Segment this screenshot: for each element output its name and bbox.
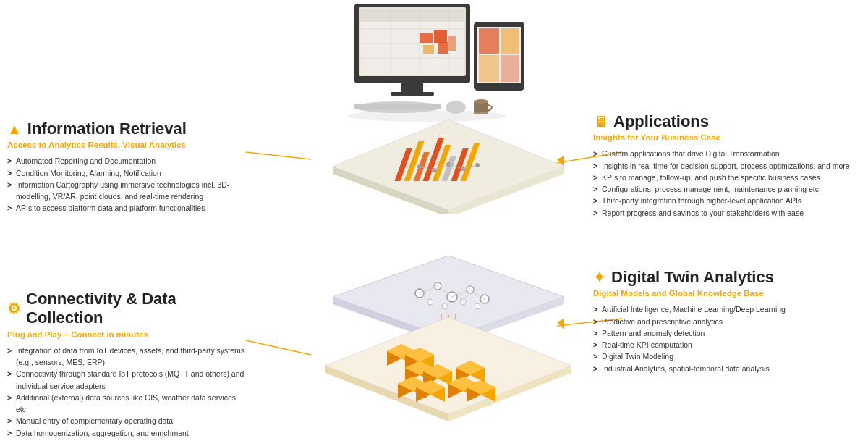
applications-icon: 🖥 [593, 113, 608, 130]
digital-twin-icon: ✦ [593, 269, 605, 286]
list-item: Connectivity through standard IoT protoc… [7, 368, 246, 392]
svg-rect-22 [391, 92, 434, 96]
list-item: Data homogenization, aggregation, and en… [7, 427, 246, 439]
digital-twin-list: Artificial Intelligence, Machine Learnin… [593, 303, 861, 374]
connectivity-subtitle: Plug and Play – Connect in minutes [7, 330, 246, 339]
analytics-layer [326, 112, 542, 192]
list-item: Report progress and savings to your stak… [593, 207, 861, 219]
svg-line-0 [246, 152, 311, 159]
applications-subtitle: Insights for Your Business Case [593, 133, 861, 142]
connectivity-panel: ⚙ Connectivity & Data Collection Plug an… [7, 290, 246, 439]
connectivity-list: Integration of data from IoT devices, as… [7, 345, 246, 439]
storage-layer [318, 311, 550, 420]
svg-rect-24 [354, 104, 441, 109]
connectivity-title: ⚙ Connectivity & Data Collection [7, 290, 246, 328]
svg-rect-19 [438, 42, 448, 54]
list-item: Custom applications that drive Digital T… [593, 148, 861, 159]
connectivity-icon: ⚙ [7, 300, 20, 317]
svg-marker-79 [326, 317, 571, 414]
list-item: Pattern and anomaly detection [593, 327, 861, 339]
list-item: Condition Monitoring, Alarming, Notifica… [7, 167, 246, 179]
svg-rect-32 [501, 55, 519, 82]
digital-twin-panel: ✦ Digital Twin Analytics Digital Models … [593, 268, 861, 374]
list-item: Digital Twin Modeling [593, 350, 861, 362]
main-container: ▲ Information Retrieval Access to Analyt… [0, 0, 868, 441]
applications-panel: 🖥 Applications Insights for Your Busines… [593, 112, 861, 219]
info-retrieval-title: ▲ Information Retrieval [7, 119, 246, 138]
svg-rect-30 [501, 28, 519, 54]
digital-twin-subtitle: Digital Models and Global Knowledge Base [593, 289, 861, 298]
svg-rect-16 [420, 33, 433, 43]
list-item: APIs to access platform data and platfor… [7, 202, 246, 214]
list-item: Information Cartography using immersive … [7, 179, 246, 203]
applications-list: Custom applications that drive Digital T… [593, 148, 861, 219]
info-retrieval-subtitle: Access to Analytics Results, Visual Anal… [7, 140, 246, 149]
list-item: Third-party integration through higher-l… [593, 195, 861, 206]
info-retrieval-list: Automated Reporting and Documentation Co… [7, 155, 246, 214]
list-item: Insights in real-time for decision suppo… [593, 160, 861, 172]
svg-line-1 [246, 340, 311, 355]
digital-twin-title: ✦ Digital Twin Analytics [593, 268, 861, 287]
list-item: Artificial Intelligence, Machine Learnin… [593, 303, 861, 315]
device-svg [333, 0, 535, 123]
applications-title: 🖥 Applications [593, 112, 861, 131]
list-item: Automated Reporting and Documentation [7, 155, 246, 167]
list-item: Real-time KPI computation [593, 339, 861, 350]
svg-rect-18 [423, 45, 434, 54]
svg-rect-29 [479, 28, 499, 54]
svg-rect-17 [434, 30, 447, 43]
list-item: Integration of data from IoT devices, as… [7, 345, 246, 369]
list-item: Industrial Analytics, spatial-temporal d… [593, 363, 861, 374]
svg-rect-31 [479, 55, 499, 82]
info-retrieval-icon: ▲ [7, 120, 22, 138]
list-item: Manual entry of complementary operating … [7, 415, 246, 427]
info-retrieval-panel: ▲ Information Retrieval Access to Analyt… [7, 119, 246, 214]
list-item: KPIs to manage, follow-up, and push the … [593, 172, 861, 183]
device-mockup [333, 0, 535, 123]
svg-rect-21 [401, 83, 423, 92]
svg-point-34 [474, 99, 488, 104]
svg-rect-9 [360, 9, 464, 22]
list-item: Configurations, process management, main… [593, 183, 861, 195]
list-item: Predictive and prescriptive analytics [593, 316, 861, 327]
svg-rect-20 [448, 36, 456, 51]
list-item: Additional (external) data sources like … [7, 392, 246, 416]
